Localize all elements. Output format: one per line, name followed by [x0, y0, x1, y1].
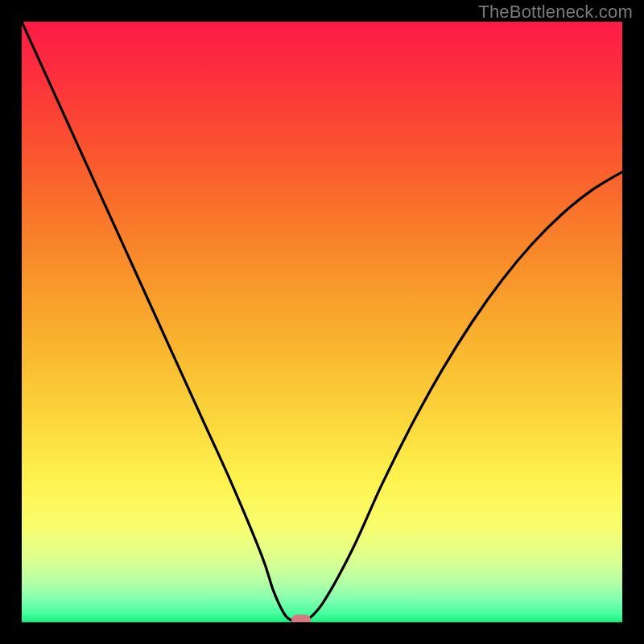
bottleneck-curve [22, 22, 622, 622]
optimal-point-marker [291, 615, 311, 622]
chart-frame: TheBottleneck.com [0, 0, 644, 644]
plot-area [22, 22, 622, 622]
watermark-text: TheBottleneck.com [478, 2, 633, 23]
